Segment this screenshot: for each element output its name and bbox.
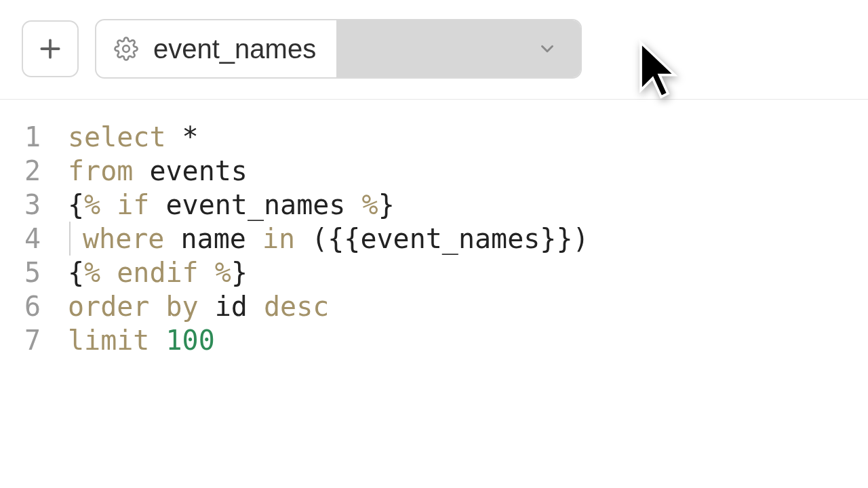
- line-number: 1: [0, 120, 68, 154]
- code-content[interactable]: {% if event_names %}: [68, 188, 395, 222]
- svg-point-2: [123, 45, 130, 52]
- token-txt: }: [231, 257, 248, 288]
- editor-line: 5{% endif %}: [0, 256, 868, 289]
- token-kw: in: [262, 223, 295, 254]
- token-txt: ({{event_names}}): [295, 223, 589, 254]
- editor-line: 4where name in ({{event_names}}): [0, 222, 868, 256]
- token-txt: [100, 257, 117, 288]
- code-content[interactable]: from events: [68, 154, 248, 188]
- token-kw: limit: [68, 325, 149, 356]
- token-kw: from: [68, 155, 133, 186]
- editor-line: 7limit 100: [0, 323, 868, 357]
- line-number: 3: [0, 188, 68, 222]
- toolbar: event_names: [0, 0, 868, 100]
- line-number: 2: [0, 154, 68, 188]
- token-txt: event_names: [149, 189, 361, 220]
- line-number: 7: [0, 323, 68, 357]
- token-kw: desc: [264, 291, 329, 322]
- token-txt: {: [68, 189, 84, 220]
- token-txt: events: [133, 155, 248, 186]
- token-txt: [149, 325, 165, 356]
- parameter-config[interactable]: event_names: [96, 20, 336, 77]
- editor-line: 6order by id desc: [0, 289, 868, 323]
- parameter-value-dropdown[interactable]: [336, 20, 580, 77]
- token-num: 100: [166, 325, 215, 356]
- code-content[interactable]: {% endif %}: [68, 256, 248, 289]
- token-kw: order by: [68, 291, 199, 322]
- code-content[interactable]: where name in ({{event_names}}): [68, 222, 589, 256]
- add-parameter-button[interactable]: [22, 20, 79, 77]
- editor-line: 2from events: [0, 154, 868, 188]
- token-txt: [100, 189, 117, 220]
- parameter-name: event_names: [153, 34, 316, 64]
- token-kw: where: [83, 223, 164, 254]
- chevron-down-icon: [537, 39, 557, 59]
- token-kw: %: [215, 257, 231, 288]
- parameter-pill: event_names: [95, 19, 582, 79]
- token-txt: id: [199, 291, 264, 322]
- indent-guide: where name in ({{event_names}}): [69, 222, 589, 256]
- token-txt: *: [166, 121, 199, 152]
- editor-line: 1select *: [0, 120, 868, 154]
- gear-icon: [114, 37, 138, 61]
- code-content[interactable]: limit 100: [68, 323, 215, 357]
- token-kw: %: [362, 189, 378, 220]
- token-txt: {: [68, 257, 84, 288]
- token-kw: if: [117, 189, 149, 220]
- token-txt: name: [164, 223, 262, 254]
- editor-line: 3{% if event_names %}: [0, 188, 868, 222]
- token-kw: %: [84, 189, 100, 220]
- line-number: 6: [0, 289, 68, 323]
- token-kw: select: [68, 121, 166, 152]
- code-content[interactable]: select *: [68, 120, 199, 154]
- plus-icon: [37, 36, 63, 62]
- line-number: 5: [0, 256, 68, 289]
- token-txt: [199, 257, 215, 288]
- token-kw: %: [84, 257, 100, 288]
- line-number: 4: [0, 222, 68, 256]
- token-txt: }: [378, 189, 395, 220]
- sql-editor[interactable]: 1select *2from events3{% if event_names …: [0, 100, 868, 357]
- code-content[interactable]: order by id desc: [68, 289, 329, 323]
- token-kw: endif: [117, 257, 198, 288]
